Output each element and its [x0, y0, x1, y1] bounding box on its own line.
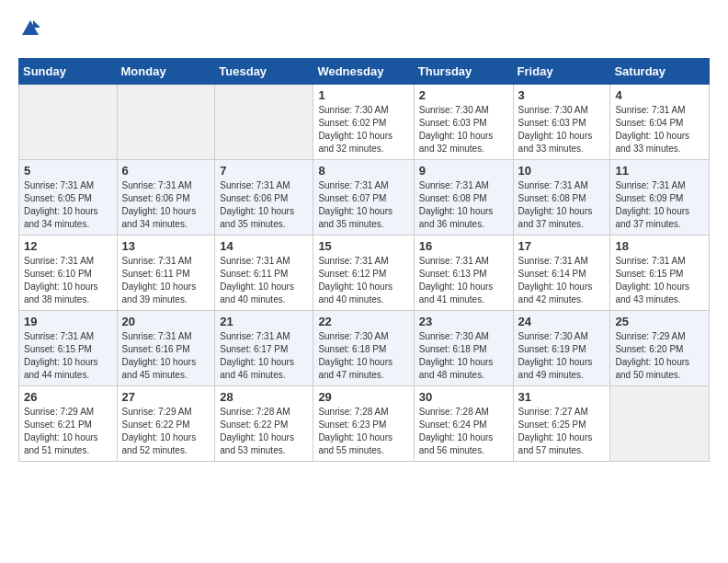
calendar-cell: 12Sunrise: 7:31 AM Sunset: 6:10 PM Dayli… [19, 236, 118, 311]
calendar-cell: 26Sunrise: 7:29 AM Sunset: 6:21 PM Dayli… [19, 386, 118, 462]
day-number: 1 [318, 88, 408, 102]
day-info: Sunrise: 7:31 AM Sunset: 6:04 PM Dayligh… [615, 104, 704, 155]
calendar-cell: 11Sunrise: 7:31 AM Sunset: 6:09 PM Dayli… [610, 160, 710, 236]
calendar-cell: 6Sunrise: 7:31 AM Sunset: 6:06 PM Daylig… [117, 160, 215, 236]
day-number: 3 [518, 88, 606, 102]
week-row-5: 26Sunrise: 7:29 AM Sunset: 6:21 PM Dayli… [19, 386, 710, 462]
day-number: 4 [615, 88, 704, 102]
calendar-cell: 13Sunrise: 7:31 AM Sunset: 6:11 PM Dayli… [117, 236, 215, 311]
header [18, 18, 710, 43]
day-number: 31 [518, 390, 606, 404]
day-info: Sunrise: 7:31 AM Sunset: 6:11 PM Dayligh… [122, 255, 210, 306]
calendar-cell: 15Sunrise: 7:31 AM Sunset: 6:12 PM Dayli… [313, 236, 414, 311]
week-row-3: 12Sunrise: 7:31 AM Sunset: 6:10 PM Dayli… [19, 236, 710, 311]
day-number: 17 [518, 239, 606, 253]
day-number: 14 [220, 239, 308, 253]
day-number: 28 [220, 390, 308, 404]
day-info: Sunrise: 7:31 AM Sunset: 6:06 PM Dayligh… [122, 179, 210, 231]
calendar-cell: 2Sunrise: 7:30 AM Sunset: 6:03 PM Daylig… [414, 85, 513, 160]
day-info: Sunrise: 7:28 AM Sunset: 6:22 PM Dayligh… [220, 406, 308, 457]
week-row-2: 5Sunrise: 7:31 AM Sunset: 6:05 PM Daylig… [19, 160, 710, 236]
day-number: 11 [615, 164, 704, 178]
day-info: Sunrise: 7:28 AM Sunset: 6:23 PM Dayligh… [318, 406, 408, 457]
day-info: Sunrise: 7:31 AM Sunset: 6:09 PM Dayligh… [615, 179, 704, 231]
calendar-cell [610, 386, 710, 462]
calendar-cell: 14Sunrise: 7:31 AM Sunset: 6:11 PM Dayli… [215, 236, 313, 311]
day-number: 23 [419, 315, 508, 328]
calendar-cell: 17Sunrise: 7:31 AM Sunset: 6:14 PM Dayli… [513, 236, 610, 311]
day-info: Sunrise: 7:30 AM Sunset: 6:03 PM Dayligh… [518, 104, 606, 155]
day-info: Sunrise: 7:31 AM Sunset: 6:16 PM Dayligh… [122, 330, 210, 382]
day-info: Sunrise: 7:30 AM Sunset: 6:18 PM Dayligh… [318, 330, 408, 382]
day-info: Sunrise: 7:28 AM Sunset: 6:24 PM Dayligh… [419, 406, 508, 457]
svg-marker-1 [33, 20, 40, 28]
day-number: 24 [518, 315, 606, 328]
day-info: Sunrise: 7:31 AM Sunset: 6:14 PM Dayligh… [518, 255, 606, 306]
calendar-cell: 31Sunrise: 7:27 AM Sunset: 6:25 PM Dayli… [513, 386, 610, 462]
day-info: Sunrise: 7:27 AM Sunset: 6:25 PM Dayligh… [518, 406, 606, 457]
day-info: Sunrise: 7:31 AM Sunset: 6:08 PM Dayligh… [518, 179, 606, 231]
day-info: Sunrise: 7:30 AM Sunset: 6:18 PM Dayligh… [419, 330, 508, 382]
day-number: 27 [122, 390, 210, 404]
day-info: Sunrise: 7:31 AM Sunset: 6:10 PM Dayligh… [24, 255, 112, 306]
day-info: Sunrise: 7:31 AM Sunset: 6:05 PM Dayligh… [24, 179, 112, 231]
day-number: 19 [24, 315, 112, 328]
calendar-cell [215, 85, 313, 160]
day-info: Sunrise: 7:29 AM Sunset: 6:21 PM Dayligh… [24, 406, 112, 457]
calendar-cell: 9Sunrise: 7:31 AM Sunset: 6:08 PM Daylig… [414, 160, 513, 236]
calendar-page: SundayMondayTuesdayWednesdayThursdayFrid… [0, 0, 728, 480]
calendar-cell: 10Sunrise: 7:31 AM Sunset: 6:08 PM Dayli… [513, 160, 610, 236]
calendar-cell: 8Sunrise: 7:31 AM Sunset: 6:07 PM Daylig… [313, 160, 414, 236]
day-info: Sunrise: 7:31 AM Sunset: 6:13 PM Dayligh… [419, 255, 508, 306]
day-number: 25 [615, 315, 704, 328]
logo-icon [20, 18, 40, 39]
day-info: Sunrise: 7:30 AM Sunset: 6:02 PM Dayligh… [318, 104, 408, 155]
day-number: 20 [122, 315, 210, 328]
weekday-header-thursday: Thursday [414, 59, 513, 85]
day-info: Sunrise: 7:31 AM Sunset: 6:11 PM Dayligh… [220, 255, 308, 306]
calendar-cell: 23Sunrise: 7:30 AM Sunset: 6:18 PM Dayli… [414, 311, 513, 386]
day-number: 26 [24, 390, 112, 404]
calendar-cell: 4Sunrise: 7:31 AM Sunset: 6:04 PM Daylig… [610, 85, 710, 160]
logo-text [18, 18, 40, 43]
weekday-header-monday: Monday [117, 59, 215, 85]
calendar-cell: 25Sunrise: 7:29 AM Sunset: 6:20 PM Dayli… [610, 311, 710, 386]
day-info: Sunrise: 7:31 AM Sunset: 6:12 PM Dayligh… [318, 255, 408, 306]
weekday-header-saturday: Saturday [610, 59, 710, 85]
weekday-header-sunday: Sunday [19, 59, 118, 85]
calendar-cell: 19Sunrise: 7:31 AM Sunset: 6:15 PM Dayli… [19, 311, 118, 386]
day-info: Sunrise: 7:30 AM Sunset: 6:19 PM Dayligh… [518, 330, 606, 382]
calendar-cell: 30Sunrise: 7:28 AM Sunset: 6:24 PM Dayli… [414, 386, 513, 462]
day-number: 10 [518, 164, 606, 178]
day-number: 9 [419, 164, 508, 178]
day-number: 13 [122, 239, 210, 253]
day-info: Sunrise: 7:31 AM Sunset: 6:15 PM Dayligh… [615, 255, 704, 306]
day-number: 18 [615, 239, 704, 253]
day-info: Sunrise: 7:31 AM Sunset: 6:08 PM Dayligh… [419, 179, 508, 231]
day-info: Sunrise: 7:31 AM Sunset: 6:07 PM Dayligh… [318, 179, 408, 231]
day-number: 2 [419, 88, 508, 102]
calendar-cell: 21Sunrise: 7:31 AM Sunset: 6:17 PM Dayli… [215, 311, 313, 386]
week-row-4: 19Sunrise: 7:31 AM Sunset: 6:15 PM Dayli… [19, 311, 710, 386]
day-number: 6 [122, 164, 210, 178]
day-number: 15 [318, 239, 408, 253]
day-number: 22 [318, 315, 408, 328]
calendar-cell [117, 85, 215, 160]
day-number: 5 [24, 164, 112, 178]
day-info: Sunrise: 7:30 AM Sunset: 6:03 PM Dayligh… [419, 104, 508, 155]
weekday-header-wednesday: Wednesday [313, 59, 414, 85]
weekday-header-row: SundayMondayTuesdayWednesdayThursdayFrid… [19, 59, 710, 85]
calendar-cell: 7Sunrise: 7:31 AM Sunset: 6:06 PM Daylig… [215, 160, 313, 236]
calendar-cell: 29Sunrise: 7:28 AM Sunset: 6:23 PM Dayli… [313, 386, 414, 462]
day-info: Sunrise: 7:31 AM Sunset: 6:17 PM Dayligh… [220, 330, 308, 382]
weekday-header-friday: Friday [513, 59, 610, 85]
day-info: Sunrise: 7:31 AM Sunset: 6:15 PM Dayligh… [24, 330, 112, 382]
calendar-cell: 16Sunrise: 7:31 AM Sunset: 6:13 PM Dayli… [414, 236, 513, 311]
logo [18, 18, 40, 43]
calendar-cell: 3Sunrise: 7:30 AM Sunset: 6:03 PM Daylig… [513, 85, 610, 160]
day-number: 16 [419, 239, 508, 253]
day-info: Sunrise: 7:29 AM Sunset: 6:20 PM Dayligh… [615, 330, 704, 382]
calendar-cell: 18Sunrise: 7:31 AM Sunset: 6:15 PM Dayli… [610, 236, 710, 311]
day-info: Sunrise: 7:31 AM Sunset: 6:06 PM Dayligh… [220, 179, 308, 231]
day-info: Sunrise: 7:29 AM Sunset: 6:22 PM Dayligh… [122, 406, 210, 457]
